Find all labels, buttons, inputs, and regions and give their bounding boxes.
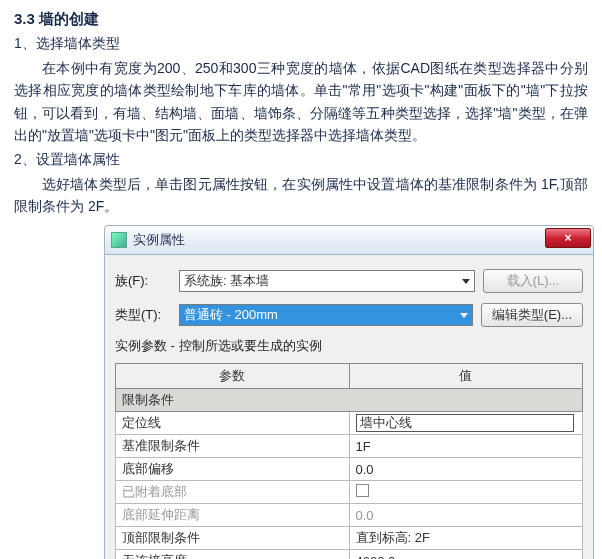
edit-type-button[interactable]: 编辑类型(E)... bbox=[481, 303, 583, 327]
close-button[interactable]: × bbox=[545, 228, 591, 248]
table-row[interactable]: 定位线 墙中心线 bbox=[116, 412, 583, 435]
params-caption: 实例参数 - 控制所选或要生成的实例 bbox=[115, 337, 583, 355]
param-cell: 已附着底部 bbox=[116, 481, 350, 504]
paragraph-1: 在本例中有宽度为200、250和300三种宽度的墙体，依据CAD图纸在类型选择器… bbox=[14, 57, 588, 147]
family-row: 族(F): 系统族: 基本墙 载入(L)... bbox=[115, 269, 583, 293]
table-row[interactable]: 顶部限制条件 直到标高: 2F bbox=[116, 527, 583, 550]
table-row[interactable]: 无连接高度 4000.0 bbox=[116, 550, 583, 559]
type-value: 普通砖 - 200mm bbox=[184, 306, 278, 324]
param-cell: 顶部限制条件 bbox=[116, 527, 350, 550]
type-label: 类型(T): bbox=[115, 306, 171, 324]
table-row: 底部延伸距离 0.0 bbox=[116, 504, 583, 527]
checkbox bbox=[356, 484, 369, 497]
dialog-title: 实例属性 bbox=[133, 231, 185, 249]
family-value: 系统族: 基本墙 bbox=[184, 272, 269, 290]
value-cell[interactable]: 直到标高: 2F bbox=[349, 527, 583, 550]
col-header-param: 参数 bbox=[116, 364, 350, 389]
dialog-body: 族(F): 系统族: 基本墙 载入(L)... 类型(T): 普通砖 - 200… bbox=[104, 255, 594, 559]
list-item-1: 1、选择墙体类型 bbox=[14, 35, 588, 53]
family-combobox[interactable]: 系统族: 基本墙 bbox=[179, 270, 475, 292]
family-label: 族(F): bbox=[115, 272, 171, 290]
value-cell[interactable]: 1F bbox=[349, 435, 583, 458]
chevron-down-icon bbox=[460, 313, 468, 318]
param-cell: 无连接高度 bbox=[116, 550, 350, 559]
value-cell[interactable]: 4000.0 bbox=[349, 550, 583, 559]
param-cell: 底部延伸距离 bbox=[116, 504, 350, 527]
value-input[interactable]: 墙中心线 bbox=[356, 414, 575, 432]
section-title: 3.3 墙的创建 bbox=[14, 10, 588, 29]
param-cell: 基准限制条件 bbox=[116, 435, 350, 458]
table-row: 已附着底部 bbox=[116, 481, 583, 504]
group-label: 限制条件 bbox=[116, 389, 583, 412]
param-cell: 底部偏移 bbox=[116, 458, 350, 481]
chevron-down-icon bbox=[462, 279, 470, 284]
value-cell bbox=[349, 481, 583, 504]
group-row-constraints: 限制条件 bbox=[116, 389, 583, 412]
params-table: 参数 值 限制条件 定位线 墙中心线 基准限制条件 1F 底部偏移 0.0 已附… bbox=[115, 363, 583, 559]
table-row[interactable]: 底部偏移 0.0 bbox=[116, 458, 583, 481]
instance-properties-dialog: 实例属性 × 族(F): 系统族: 基本墙 载入(L)... 类型(T): 普通… bbox=[104, 225, 594, 559]
value-cell: 0.0 bbox=[349, 504, 583, 527]
table-header-row: 参数 值 bbox=[116, 364, 583, 389]
value-cell[interactable]: 墙中心线 bbox=[349, 412, 583, 435]
paragraph-2: 选好墙体类型后，单击图元属性按钮，在实例属性中设置墙体的基准限制条件为 1F,顶… bbox=[14, 173, 588, 218]
dialog-titlebar: 实例属性 × bbox=[104, 225, 594, 255]
param-cell: 定位线 bbox=[116, 412, 350, 435]
load-button[interactable]: 载入(L)... bbox=[483, 269, 583, 293]
value-cell[interactable]: 0.0 bbox=[349, 458, 583, 481]
app-icon bbox=[111, 232, 127, 248]
list-item-2: 2、设置墙体属性 bbox=[14, 151, 588, 169]
col-header-value: 值 bbox=[349, 364, 583, 389]
table-row[interactable]: 基准限制条件 1F bbox=[116, 435, 583, 458]
type-combobox[interactable]: 普通砖 - 200mm bbox=[179, 304, 473, 326]
close-icon: × bbox=[564, 231, 571, 245]
type-row: 类型(T): 普通砖 - 200mm 编辑类型(E)... bbox=[115, 303, 583, 327]
